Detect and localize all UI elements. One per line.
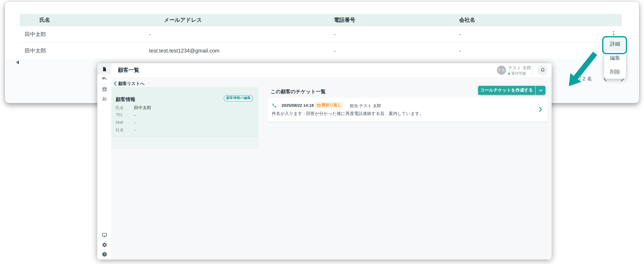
- sidebar-item-tickets[interactable]: [102, 66, 107, 72]
- sidebar-item-chat[interactable]: [102, 76, 107, 81]
- menu-item-edit[interactable]: 編集: [604, 51, 626, 65]
- column-header-email: メールアドレス: [164, 14, 202, 26]
- collapse-left-icon[interactable]: [16, 60, 19, 64]
- sidebar-item-customers[interactable]: [102, 96, 107, 101]
- chevron-right-icon: [539, 107, 542, 112]
- window-content: 顧客リストへ 顧客情報 顧客情報の編集 氏名 田中太郎 TEL - Mail -…: [111, 77, 552, 260]
- field-value-mail: -: [134, 120, 135, 125]
- table-row[interactable]: 田中太郎 test.test.test1234@gmail.com - -: [20, 43, 622, 59]
- sidebar-item-analytics[interactable]: [102, 87, 107, 92]
- column-header-company: 会社名: [459, 14, 475, 26]
- column-header-phone: 電話番号: [334, 14, 355, 26]
- create-call-ticket-button[interactable]: コールチケットを作成する: [478, 86, 535, 95]
- ticket-summary: 件名が入ります - 回答が分かった後に再度電話連絡する旨、案内しています。: [272, 111, 424, 117]
- sidebar-item-monitor[interactable]: [102, 232, 107, 238]
- svg-text:?: ?: [104, 253, 105, 256]
- ticket-assignee: 担当:テスト 太郎: [350, 103, 381, 109]
- edit-customer-info-button[interactable]: 顧客情報の編集: [224, 95, 253, 101]
- document-icon: [102, 66, 107, 72]
- create-ticket-dropdown-button[interactable]: [535, 86, 546, 95]
- ticket-list-title: この顧客のチケット一覧: [270, 88, 326, 95]
- envelope-icon: [316, 103, 320, 107]
- back-link-label: 顧客リストへ: [118, 81, 145, 86]
- table-row[interactable]: 田中太郎 - - -: [20, 26, 622, 43]
- monitor-icon: [102, 232, 107, 238]
- bell-icon: [540, 67, 545, 73]
- ticket-list-item[interactable]: 2025/08/22 14:18 要折り返し 担当:テスト 太郎 件名が入ります…: [268, 98, 548, 121]
- sidebar-divider: [97, 84, 111, 84]
- cell-name: 田中太郎: [24, 26, 46, 42]
- gear-icon: [102, 242, 107, 248]
- cell-name: 田中太郎: [24, 43, 46, 59]
- ticket-datetime: 2025/08/22 14:18: [282, 103, 314, 107]
- callback-required-badge: 要折り返し: [314, 102, 344, 108]
- avatar[interactable]: テ太: [497, 65, 506, 74]
- cell-email: -: [149, 26, 151, 42]
- field-value-name: 田中太郎: [134, 105, 151, 111]
- menu-item-delete[interactable]: 削除: [604, 65, 626, 79]
- notifications-button[interactable]: [537, 65, 548, 75]
- pagination-range-label: 1-2 / 2 名: [548, 75, 592, 83]
- cell-company: -: [459, 43, 461, 59]
- chat-icon: [102, 76, 107, 81]
- sidebar-item-help[interactable]: ?: [102, 252, 107, 257]
- cell-phone: -: [334, 43, 336, 59]
- field-label-company: 社名: [116, 127, 124, 133]
- chevron-down-icon: [539, 89, 542, 92]
- field-value-company: -: [134, 127, 135, 132]
- sidebar-item-settings[interactable]: [102, 242, 107, 248]
- status-label: 受付可能: [511, 71, 526, 76]
- user-status: 受付可能: [508, 71, 526, 76]
- field-label-mail: Mail: [116, 120, 123, 124]
- table-header-row: 氏名 メールアドレス 電話番号 会社名: [20, 14, 622, 26]
- back-to-customer-list-link[interactable]: 顧客リストへ: [114, 81, 145, 86]
- menu-item-detail[interactable]: 詳細: [604, 37, 626, 51]
- header-divider: [533, 66, 533, 74]
- user-name: テスト 太郎: [508, 65, 531, 71]
- status-dot: [508, 72, 510, 74]
- panel-lower-section: [111, 137, 258, 149]
- bar-chart-icon: [102, 87, 107, 92]
- page-title: 顧客一覧: [118, 63, 139, 77]
- chevron-left-icon: [114, 81, 117, 86]
- create-call-ticket-split-button: コールチケットを作成する: [478, 86, 546, 95]
- customer-info-panel: 顧客情報 顧客情報の編集 氏名 田中太郎 TEL - Mail - 社名 -: [111, 87, 258, 149]
- cell-email: test.test.test1234@gmail.com: [149, 43, 220, 59]
- screenshot-stage: 氏名 メールアドレス 電話番号 会社名 田中太郎 - - - 田中太郎 test…: [0, 0, 644, 264]
- row-actions-context-menu: 詳細 編集 削除: [604, 37, 626, 79]
- panel-title: 顧客情報: [116, 96, 135, 103]
- field-label-tel: TEL: [116, 112, 123, 117]
- cell-company: -: [459, 26, 461, 42]
- field-value-tel: -: [134, 112, 135, 117]
- cell-phone: -: [334, 26, 336, 42]
- customer-detail-window: ? 顧客一覧 テ太 テスト 太郎 受付可能 顧客リストへ: [97, 63, 552, 260]
- field-label-name: 氏名: [116, 105, 124, 111]
- column-header-name: 氏名: [40, 14, 50, 26]
- badge-label: 要折り返し: [322, 103, 342, 108]
- users-icon: [102, 96, 107, 101]
- help-icon: ?: [102, 252, 107, 257]
- phone-icon: [272, 103, 276, 108]
- window-header: 顧客一覧 テ太 テスト 太郎 受付可能: [111, 63, 552, 77]
- app-sidebar: ?: [97, 63, 112, 260]
